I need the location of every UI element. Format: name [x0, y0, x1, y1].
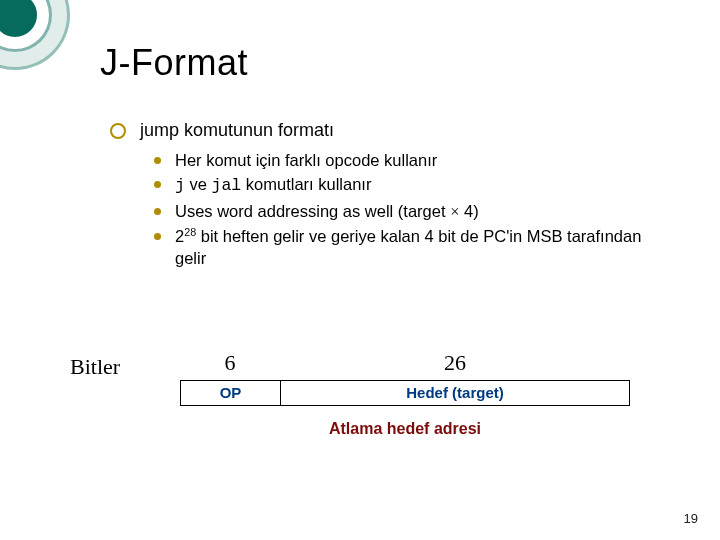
dot-icon — [154, 208, 161, 215]
page-number: 19 — [684, 511, 698, 526]
dot-icon — [154, 157, 161, 164]
sub-b: j ve jal komutları kullanır — [175, 173, 670, 197]
dot-icon — [154, 181, 161, 188]
slide-title: J-Format — [100, 42, 248, 84]
slide: J-Format jump komutunun formatı Her komu… — [0, 0, 720, 540]
bit-widths-row: 6 26 — [180, 350, 630, 376]
sub-d: 228 bit heften gelir ve geriye kalan 4 b… — [175, 225, 670, 270]
bullet-level2: Uses word addressing as well (target × 4… — [154, 200, 670, 223]
bullet-level2: Her komut için farklı opcode kullanır — [154, 149, 670, 171]
bits-label: Bitler — [70, 354, 120, 380]
code-jal: jal — [212, 176, 242, 195]
field-target: Hedef (target) — [280, 380, 630, 406]
sub-c: Uses word addressing as well (target × 4… — [175, 200, 670, 223]
hollow-circle-icon — [110, 123, 126, 139]
bits-6: 6 — [180, 350, 280, 376]
field-boxes: OP Hedef (target) — [180, 380, 630, 406]
sub-a: Her komut için farklı opcode kullanır — [175, 149, 670, 171]
code-j: j — [175, 176, 185, 195]
diagram-caption: Atlama hedef adresi — [180, 420, 630, 438]
bits-26: 26 — [280, 350, 630, 376]
lvl1-text: jump komutunun formatı — [140, 120, 670, 141]
bullet-level2: 228 bit heften gelir ve geriye kalan 4 b… — [154, 225, 670, 270]
slide-body: jump komutunun formatı Her komut için fa… — [110, 120, 670, 271]
superscript-28: 28 — [184, 225, 196, 237]
dot-icon — [154, 233, 161, 240]
bullet-level1: jump komutunun formatı — [110, 120, 670, 141]
field-op: OP — [180, 380, 280, 406]
bullet-level2: j ve jal komutları kullanır — [154, 173, 670, 197]
